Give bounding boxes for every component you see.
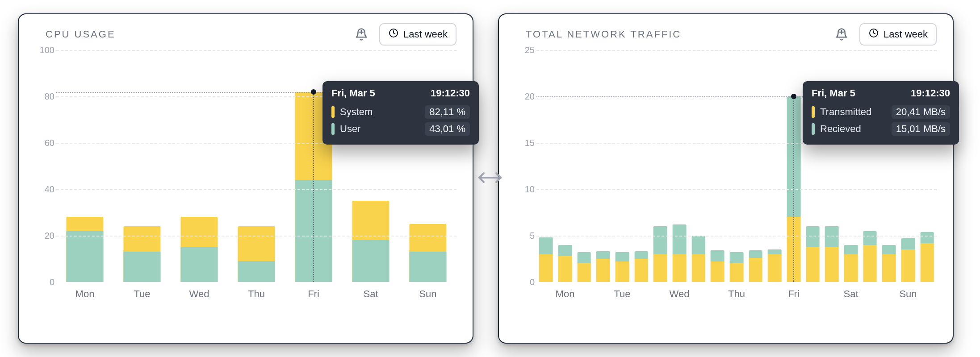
bar[interactable] (901, 238, 915, 282)
bar[interactable] (634, 251, 648, 282)
x-tick: Thu (728, 288, 745, 300)
bar[interactable] (409, 224, 446, 282)
y-tick: 0 (31, 277, 54, 287)
bar[interactable] (882, 245, 896, 282)
tooltip-time: 19:12:30 (911, 87, 950, 99)
bar[interactable] (66, 217, 103, 282)
time-range-label: Last week (884, 29, 928, 40)
bar[interactable] (539, 237, 553, 282)
bar[interactable] (730, 252, 744, 282)
y-tick: 20 (511, 91, 535, 102)
bar[interactable] (863, 231, 877, 282)
swatch-transmitted (812, 106, 815, 118)
bar[interactable] (352, 201, 389, 282)
swatch-system (331, 106, 335, 118)
tooltip-value-recieved: 15,01 MB/s (892, 122, 950, 136)
x-tick: Wed (189, 288, 209, 300)
tooltip-label-transmitted: Transmitted (820, 106, 871, 118)
bar[interactable] (844, 245, 858, 282)
cpu-tooltip: Fri, Mar 5 19:12:30 System 82,11 % User … (322, 81, 479, 145)
cpu-title: CPU USAGE (46, 29, 116, 40)
bar[interactable] (653, 226, 667, 282)
x-tick: Fri (308, 288, 319, 300)
tooltip-date: Fri, Mar 5 (812, 87, 855, 99)
tooltip-label-recieved: Recieved (820, 123, 861, 135)
y-tick: 20 (31, 231, 54, 241)
x-tick: Mon (75, 288, 95, 300)
bar[interactable] (920, 232, 934, 282)
x-tick: Sat (363, 288, 378, 300)
tooltip-time: 19:12:30 (431, 87, 470, 99)
y-tick: 80 (31, 91, 54, 102)
x-tick: Tue (614, 288, 630, 300)
y-tick: 0 (511, 277, 535, 287)
x-tick: Mon (556, 288, 575, 300)
tooltip-label-user: User (340, 123, 360, 135)
swatch-recieved (812, 123, 815, 135)
x-tick: Sat (843, 288, 858, 300)
net-tooltip: Fri, Mar 5 19:12:30 Transmitted 20,41 MB… (803, 81, 959, 145)
bar[interactable] (577, 252, 591, 282)
tooltip-value-user: 43,01 % (425, 122, 470, 136)
x-tick: Thu (248, 288, 265, 300)
x-tick: Wed (670, 288, 690, 300)
time-range-button[interactable]: Last week (379, 23, 456, 46)
y-tick: 15 (511, 138, 535, 148)
y-tick: 40 (31, 184, 54, 195)
tooltip-label-system: System (340, 106, 373, 118)
bar[interactable] (180, 217, 218, 282)
bar[interactable] (673, 224, 687, 282)
x-tick: Tue (134, 288, 150, 300)
bar[interactable] (749, 250, 762, 282)
bar[interactable] (768, 249, 782, 282)
tooltip-value-system: 82,11 % (425, 105, 470, 119)
x-tick: Sun (899, 288, 917, 300)
x-tick: Sun (419, 288, 436, 300)
bell-add-icon[interactable] (352, 25, 371, 44)
net-title: TOTAL NETWORK TRAFFIC (526, 29, 681, 40)
bar[interactable] (596, 251, 610, 282)
network-traffic-card: TOTAL NETWORK TRAFFIC Last week 05101520… (498, 13, 954, 344)
x-tick: Fri (788, 288, 800, 300)
time-range-label: Last week (403, 29, 448, 40)
bar[interactable] (616, 252, 629, 282)
clock-icon (868, 28, 879, 41)
y-tick: 10 (511, 184, 535, 195)
bar[interactable] (711, 250, 725, 282)
y-tick: 60 (31, 138, 54, 148)
bar[interactable] (806, 226, 820, 282)
bar[interactable] (238, 226, 275, 282)
y-tick: 100 (31, 45, 54, 55)
bell-add-icon[interactable] (832, 25, 851, 44)
y-tick: 5 (511, 231, 535, 241)
resize-handle-icon[interactable] (477, 170, 503, 187)
clock-icon (388, 28, 399, 41)
bar[interactable] (558, 245, 572, 282)
tooltip-value-transmitted: 20,41 MB/s (892, 105, 950, 119)
bar[interactable] (123, 226, 160, 282)
bar[interactable] (691, 236, 705, 282)
y-tick: 25 (511, 45, 535, 55)
time-range-button[interactable]: Last week (859, 23, 937, 46)
tooltip-date: Fri, Mar 5 (331, 87, 375, 99)
cpu-usage-card: CPU USAGE Last week 020406080100 MonTueW… (18, 13, 473, 344)
swatch-user (331, 123, 335, 135)
bar[interactable] (825, 226, 839, 282)
